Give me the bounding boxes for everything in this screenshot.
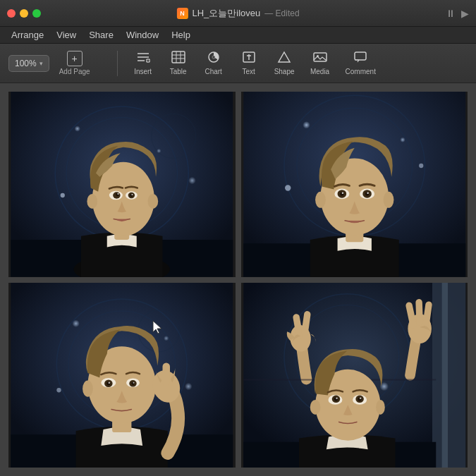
svg-point-25	[157, 149, 161, 153]
window-title: N LH_오늘만iloveu — Edited	[176, 7, 299, 20]
document-title: LH_오늘만iloveu	[192, 7, 260, 20]
sidebar-toggle-icon[interactable]: ⏸	[446, 8, 456, 19]
comment-label: Comment	[346, 68, 376, 75]
text-label: Text	[242, 68, 255, 75]
toolbar-left: 100% ▾ + Add Page	[8, 48, 97, 78]
svg-point-39	[131, 194, 133, 195]
chart-tool[interactable]: Chart	[197, 47, 231, 79]
minimize-button[interactable]	[20, 9, 28, 18]
table-icon	[171, 51, 185, 66]
svg-point-48	[419, 164, 423, 168]
svg-point-35	[117, 193, 118, 195]
fullscreen-button[interactable]	[32, 9, 41, 18]
svg-rect-6	[172, 51, 185, 63]
shape-label: Shape	[274, 68, 295, 75]
photo-top-left[interactable]	[8, 92, 236, 277]
toolbar: 100% ▾ + Add Page Insert	[0, 44, 476, 83]
svg-point-61	[383, 192, 393, 208]
photo-bottom-left[interactable]	[8, 283, 236, 468]
table-tool[interactable]: Table	[161, 47, 195, 79]
photo-top-right[interactable]	[241, 92, 468, 277]
app-icon: N	[176, 8, 188, 19]
svg-point-69	[56, 388, 61, 392]
svg-point-111	[376, 399, 385, 414]
svg-point-68	[185, 382, 193, 390]
svg-point-26	[188, 177, 196, 185]
chart-label: Chart	[205, 68, 221, 75]
zoom-arrow-icon: ▾	[39, 60, 43, 67]
svg-rect-17	[314, 53, 327, 61]
menu-help[interactable]: Help	[166, 28, 196, 42]
title-bar: N LH_오늘만iloveu — Edited ⏸ ▶	[0, 0, 476, 27]
add-page-button[interactable]: + Add Page	[52, 48, 97, 78]
text-tool[interactable]: Text	[232, 47, 266, 79]
svg-point-47	[285, 185, 291, 190]
svg-rect-74	[163, 362, 171, 386]
svg-point-12	[212, 56, 215, 59]
chart-icon	[207, 51, 221, 66]
svg-point-40	[87, 194, 97, 209]
window-controls-right: ⏸ ▶	[446, 8, 469, 19]
menu-share[interactable]: Share	[83, 28, 119, 42]
toolbar-tools: Insert Table	[126, 47, 383, 79]
shape-icon	[277, 51, 291, 66]
edited-label: — Edited	[264, 8, 299, 18]
svg-rect-19	[355, 52, 366, 60]
svg-point-60	[315, 192, 326, 208]
insert-label: Insert	[134, 68, 152, 75]
traffic-lights	[7, 9, 41, 18]
svg-point-41	[148, 194, 159, 209]
media-label: Media	[310, 68, 329, 75]
photo-bottom-right[interactable]	[241, 283, 468, 468]
svg-point-45	[303, 121, 310, 129]
comment-icon	[353, 51, 367, 66]
canvas-area[interactable]	[0, 83, 476, 476]
svg-point-55	[341, 193, 343, 195]
svg-point-83	[83, 380, 93, 396]
svg-point-110	[310, 399, 320, 414]
svg-point-46	[400, 138, 405, 142]
menu-bar: Arrange View Share Window Help	[0, 27, 476, 44]
comment-tool[interactable]: Comment	[338, 47, 383, 79]
add-page-icon: +	[67, 51, 83, 66]
table-label: Table	[170, 68, 187, 75]
svg-point-59	[367, 193, 369, 195]
svg-rect-85	[432, 283, 465, 468]
svg-point-109	[359, 397, 361, 399]
zoom-control[interactable]: 100% ▾	[8, 55, 49, 72]
toolbar-divider	[117, 51, 118, 76]
svg-point-78	[109, 382, 111, 384]
text-icon	[242, 51, 256, 66]
insert-icon	[136, 51, 150, 66]
svg-rect-96	[415, 298, 423, 325]
presentation-icon[interactable]: ▶	[461, 8, 469, 19]
close-button[interactable]	[7, 9, 16, 18]
svg-point-105	[336, 397, 338, 399]
svg-point-82	[133, 382, 135, 383]
insert-tool[interactable]: Insert	[126, 47, 160, 79]
svg-point-67	[164, 336, 169, 341]
svg-rect-86	[441, 283, 447, 468]
shape-tool[interactable]: Shape	[267, 47, 302, 79]
svg-point-24	[75, 126, 80, 131]
menu-window[interactable]: Window	[121, 28, 164, 42]
media-tool[interactable]: Media	[303, 47, 337, 79]
svg-marker-16	[279, 52, 290, 62]
zoom-value: 100%	[15, 59, 37, 68]
svg-point-27	[61, 193, 65, 197]
svg-point-66	[72, 319, 80, 327]
add-page-label: Add Page	[59, 68, 90, 75]
menu-view[interactable]: View	[51, 28, 82, 42]
menu-arrange[interactable]: Arrange	[6, 28, 49, 42]
media-icon	[313, 51, 327, 66]
